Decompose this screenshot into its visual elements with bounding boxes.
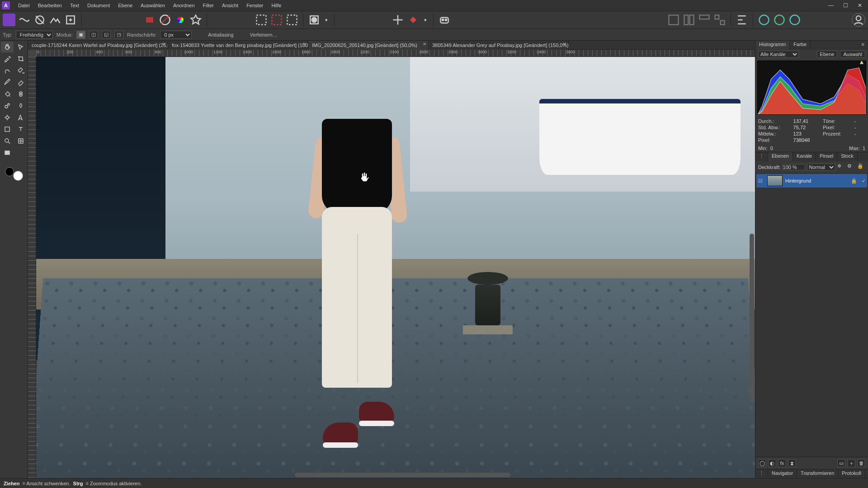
layer-name[interactable]: Hintergrund (785, 178, 848, 183)
vertical-scrollbar[interactable] (750, 234, 754, 402)
paintbrush-tool-icon[interactable] (1, 77, 14, 88)
scope-auswahl-button[interactable]: Auswahl (840, 51, 865, 58)
tab-ebenen[interactable]: Ebenen (768, 152, 793, 161)
layer-row[interactable]: ☑ Hintergrund 🔒 ✓ (756, 174, 867, 188)
selection-brush-tool-icon[interactable] (1, 65, 14, 76)
hand-tool-icon[interactable] (1, 42, 14, 52)
menu-fenster[interactable]: Fenster (243, 1, 267, 9)
heal-tool-icon[interactable] (14, 89, 27, 99)
layer-gear-icon[interactable]: ⚙ (847, 163, 855, 171)
document-tab[interactable]: 3805349 Alexander Grey auf Pixabay.jpg [… (429, 41, 569, 50)
antialias-toggle[interactable]: Antialiasing (208, 32, 233, 38)
document-tab[interactable]: couple-1718244 Karen Warfel auf Pixabay.… (28, 41, 168, 50)
tab-kanaele[interactable]: Kanäle (793, 152, 816, 161)
menu-bearbeiten[interactable]: Bearbeiten (34, 1, 66, 9)
opacity-input[interactable] (783, 164, 805, 170)
mode-new-icon[interactable]: ▣ (76, 31, 85, 39)
mode-sub-icon[interactable]: ◱ (102, 31, 111, 39)
zoom-tool-icon[interactable] (1, 136, 14, 146)
menu-anordnen[interactable]: Anordnen (170, 1, 198, 9)
fill-tool-icon[interactable] (1, 89, 14, 99)
persona-photo-icon[interactable] (3, 14, 15, 26)
text-tool-icon[interactable] (14, 124, 27, 135)
scope-ebene-button[interactable]: Ebene (817, 51, 838, 58)
typ-select[interactable]: Freihändig (16, 31, 53, 39)
arrange-2-icon[interactable] (683, 14, 695, 26)
link-doc2-icon[interactable] (773, 14, 786, 26)
no-fill-icon[interactable] (159, 14, 171, 26)
tab-pinsel[interactable]: Pinsel (816, 152, 837, 161)
add-layer-icon[interactable]: ＋ (847, 459, 855, 467)
live-filter-icon[interactable]: ⧗ (788, 459, 796, 467)
menu-ebene[interactable]: Ebene (114, 1, 136, 9)
layer-check-icon[interactable]: ✓ (860, 178, 867, 184)
mode-add-icon[interactable]: ◫ (89, 31, 98, 39)
background-color[interactable] (13, 171, 23, 181)
menu-auswaehlen[interactable]: Auswählen (137, 1, 169, 9)
mask-layer-icon[interactable]: ◯ (758, 459, 766, 467)
foreground-color[interactable] (5, 167, 14, 176)
group-layer-icon[interactable]: ▭ (837, 459, 845, 467)
document-tab[interactable]: IMG_20200625_205140.jpg [Geändert] (50,0… (308, 41, 429, 50)
arrange-3-icon[interactable] (698, 14, 711, 26)
persona-liquify-icon[interactable] (18, 14, 31, 26)
fx-layer-icon[interactable]: fx (778, 459, 786, 467)
layer-locked-icon[interactable]: 🔒 (851, 178, 857, 184)
quickmask-icon[interactable] (308, 14, 321, 26)
marquee-add-icon[interactable] (270, 14, 283, 26)
blend-select[interactable]: Normal (807, 164, 835, 171)
close-icon[interactable]: ✕ (563, 42, 566, 47)
color-swatches[interactable] (5, 167, 23, 181)
document-tab[interactable]: fox-1540833 Yvette van den Berg pixabay.… (168, 41, 308, 50)
arrange-1-icon[interactable] (667, 14, 680, 26)
mode-int-icon[interactable]: ◳ (114, 31, 123, 39)
adjust-layer-icon[interactable]: ◐ (768, 459, 776, 467)
color-wheel-icon[interactable] (174, 14, 187, 26)
feather-input[interactable]: 0 px (160, 31, 192, 39)
snapping-options-icon[interactable] (407, 14, 420, 26)
marquee-sub-icon[interactable] (286, 14, 298, 26)
clone-tool-icon[interactable] (1, 100, 14, 111)
layer-lock-icon[interactable]: 🔒 (857, 163, 865, 171)
tab-transformieren[interactable]: Transformieren (797, 469, 838, 478)
menu-hilfe[interactable]: Hilfe (268, 1, 285, 9)
assistant-icon[interactable] (438, 14, 451, 26)
link-doc-icon[interactable] (758, 14, 770, 26)
window-maximize-button[interactable]: ☐ (839, 1, 852, 10)
link-doc3-icon[interactable] (788, 14, 801, 26)
move-tool-icon[interactable] (14, 42, 27, 52)
persona-tone-icon[interactable] (49, 14, 61, 26)
panel-menu-icon[interactable]: ≡ (858, 41, 868, 50)
pen-tool-icon[interactable] (14, 112, 27, 123)
color-picker-tool-icon[interactable] (1, 53, 14, 64)
shape-tool-icon[interactable] (1, 124, 14, 135)
rect-tool-icon[interactable] (1, 147, 14, 158)
channel-select[interactable]: Alle Kanäle (758, 51, 799, 58)
menu-dokument[interactable]: Dokument (84, 1, 113, 9)
persona-develop-icon[interactable] (33, 14, 46, 26)
refine-button[interactable]: Verfeinern… (250, 32, 278, 38)
swatch-fill-icon[interactable] (143, 14, 156, 26)
marquee-std-icon[interactable] (255, 14, 268, 26)
ruler-horizontal[interactable]: 0200400600800100012001400160018002000220… (36, 50, 755, 57)
close-icon[interactable]: ✕ (162, 42, 166, 47)
mesh-tool-icon[interactable] (14, 136, 27, 146)
snap-toggle-icon[interactable] (392, 14, 404, 26)
flood-select-tool-icon[interactable] (14, 65, 27, 76)
account-icon[interactable] (852, 13, 865, 27)
canvas[interactable] (36, 57, 755, 478)
menu-text[interactable]: Text (66, 1, 83, 9)
tab-protokoll[interactable]: Protokoll (838, 469, 865, 478)
panel-options-icon[interactable]: ⋮ (755, 152, 768, 161)
auto-color-icon[interactable] (189, 14, 202, 26)
window-minimize-button[interactable]: — (825, 1, 837, 10)
tab-navigator[interactable]: Navigator (768, 469, 797, 478)
dodge-tool-icon[interactable] (1, 112, 14, 123)
quickmask-drop-icon[interactable]: ▾ (323, 14, 330, 26)
align-icon[interactable] (736, 14, 748, 26)
tab-stock[interactable]: Stock (837, 152, 858, 161)
delete-layer-icon[interactable]: 🗑 (857, 459, 865, 467)
panel-options-icon[interactable]: ⋮ (755, 469, 768, 478)
window-close-button[interactable]: ✕ (854, 1, 866, 10)
horizontal-scrollbar[interactable] (295, 473, 510, 477)
